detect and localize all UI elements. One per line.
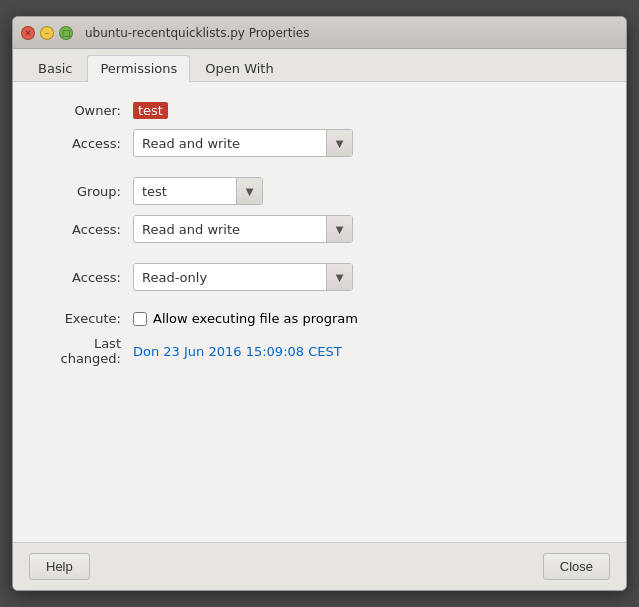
owner-access-arrow-icon[interactable]: ▼ — [326, 130, 352, 156]
group-access-dropdown[interactable]: Read and write ▼ — [133, 215, 353, 243]
others-access-dropdown[interactable]: Read-only ▼ — [133, 263, 353, 291]
others-access-arrow-icon[interactable]: ▼ — [326, 264, 352, 290]
others-access-label: Access: — [43, 270, 133, 285]
properties-window: ✕ – □ ubuntu-recentquicklists.py Propert… — [12, 16, 627, 591]
group-access-label: Access: — [43, 222, 133, 237]
last-changed-row: Last changed: Don 23 Jun 2016 15:09:08 C… — [43, 336, 596, 366]
group-access-arrow-icon[interactable]: ▼ — [326, 216, 352, 242]
owner-access-value: Read and write — [134, 136, 326, 151]
owner-access-dropdown[interactable]: Read and write ▼ — [133, 129, 353, 157]
tab-open-with[interactable]: Open With — [192, 55, 286, 81]
owner-access-row: Access: Read and write ▼ — [43, 129, 596, 157]
group-row: Group: test ▼ — [43, 177, 596, 205]
execute-checkbox-label: Allow executing file as program — [153, 311, 358, 326]
execute-checkbox-row: Allow executing file as program — [133, 311, 358, 326]
close-button[interactable]: Close — [543, 553, 610, 580]
tab-bar: Basic Permissions Open With — [13, 49, 626, 82]
tab-basic[interactable]: Basic — [25, 55, 85, 81]
group-value: test — [134, 184, 236, 199]
help-button[interactable]: Help — [29, 553, 90, 580]
group-dropdown[interactable]: test ▼ — [133, 177, 263, 205]
window-title: ubuntu-recentquicklists.py Properties — [85, 26, 309, 40]
minimize-window-button[interactable]: – — [40, 26, 54, 40]
others-access-row: Access: Read-only ▼ — [43, 263, 596, 291]
last-changed-label: Last changed: — [43, 336, 133, 366]
group-label: Group: — [43, 184, 133, 199]
group-access-row: Access: Read and write ▼ — [43, 215, 596, 243]
group-access-value: Read and write — [134, 222, 326, 237]
close-window-button[interactable]: ✕ — [21, 26, 35, 40]
permissions-content: Owner: test Access: Read and write ▼ Gro… — [13, 82, 626, 542]
owner-access-label: Access: — [43, 136, 133, 151]
maximize-window-button[interactable]: □ — [59, 26, 73, 40]
owner-value: test — [133, 102, 168, 119]
titlebar: ✕ – □ ubuntu-recentquicklists.py Propert… — [13, 17, 626, 49]
others-access-value: Read-only — [134, 270, 326, 285]
footer: Help Close — [13, 542, 626, 590]
owner-row: Owner: test — [43, 102, 596, 119]
owner-label: Owner: — [43, 103, 133, 118]
group-arrow-icon[interactable]: ▼ — [236, 178, 262, 204]
last-changed-value: Don 23 Jun 2016 15:09:08 CEST — [133, 344, 342, 359]
execute-label: Execute: — [43, 311, 133, 326]
tab-permissions[interactable]: Permissions — [87, 55, 190, 82]
execute-checkbox[interactable] — [133, 312, 147, 326]
execute-row: Execute: Allow executing file as program — [43, 311, 596, 326]
window-controls: ✕ – □ — [21, 26, 73, 40]
